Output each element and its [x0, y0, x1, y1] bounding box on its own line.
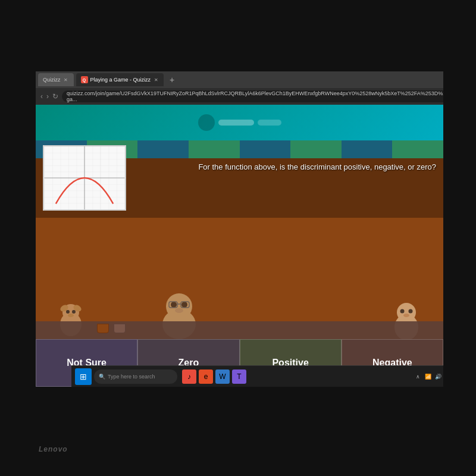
question-text: For the function above, is the discrimin… — [198, 162, 436, 173]
tray-chevron[interactable]: ∧ — [414, 372, 422, 381]
browser-chrome: Quizizz ✕ Q Playing a Game - Quizizz ✕ +… — [36, 71, 443, 105]
taskbar: ⊞ 🔍 Type here to search ♪ e W T ∧ 📶 🔊 6:… — [71, 365, 443, 387]
taskbar-icon-music[interactable]: ♪ — [182, 369, 196, 384]
screen: Quizizz ✕ Q Playing a Game - Quizizz ✕ +… — [36, 71, 443, 387]
svg-point-13 — [171, 302, 177, 308]
svg-point-12 — [166, 293, 192, 320]
taskbar-icon-edge[interactable]: e — [199, 369, 213, 384]
graph-container — [43, 145, 126, 211]
back-button[interactable]: ‹ — [40, 92, 43, 101]
svg-point-22 — [408, 309, 412, 314]
tab-active-close-icon[interactable]: ✕ — [153, 77, 159, 83]
url-text: quizizz.com/join/game/U2FsdGVkX19TUFNIRy… — [67, 90, 443, 102]
forward-button[interactable]: › — [46, 92, 49, 101]
svg-point-21 — [400, 309, 404, 314]
refresh-button[interactable]: ↻ — [52, 92, 58, 101]
tab-label: Quizizz — [43, 77, 61, 83]
cafe-background: — — — — — — — — — — For the function abo… — [36, 140, 443, 387]
game-header — [36, 105, 443, 140]
search-placeholder: Type here to search — [108, 374, 155, 380]
game-area: — — — — — — — — — — For the function abo… — [36, 105, 443, 387]
svg-point-23 — [403, 314, 409, 317]
tab-quizizz[interactable]: Quizizz ✕ — [38, 73, 74, 86]
taskbar-pinned-icons: ♪ e W T — [182, 369, 246, 384]
svg-point-18 — [175, 308, 183, 313]
laptop-frame: Quizizz ✕ Q Playing a Game - Quizizz ✕ +… — [0, 0, 476, 476]
svg-point-14 — [181, 302, 187, 308]
search-box[interactable]: 🔍 Type here to search — [94, 369, 177, 384]
svg-point-10 — [68, 314, 74, 317]
svg-point-9 — [72, 310, 76, 314]
system-tray: ∧ 📶 🔊 — [414, 372, 442, 381]
tab-favicon: Q — [81, 76, 88, 83]
svg-point-8 — [66, 310, 70, 314]
tray-network[interactable]: 📶 — [424, 372, 432, 381]
taskbar-icon-teams[interactable]: T — [232, 369, 246, 384]
search-icon: 🔍 — [99, 374, 105, 380]
tab-active-label: Playing a Game - Quizizz — [90, 77, 151, 83]
tab-close-icon[interactable]: ✕ — [63, 77, 69, 83]
address-bar: ‹ › ↻ quizizz.com/join/game/U2FsdGVkX19T… — [36, 88, 443, 105]
url-field[interactable]: quizizz.com/join/game/U2FsdGVkX19TUFNIRy… — [62, 90, 443, 102]
tray-volume[interactable]: 🔊 — [434, 372, 442, 381]
tab-playing-game[interactable]: Q Playing a Game - Quizizz ✕ — [76, 73, 164, 86]
new-tab-button[interactable]: + — [166, 74, 178, 86]
taskbar-icon-office[interactable]: W — [215, 369, 230, 384]
lenovo-logo: Lenovo — [39, 445, 68, 453]
tab-bar: Quizizz ✕ Q Playing a Game - Quizizz ✕ + — [36, 71, 443, 88]
svg-point-20 — [397, 303, 416, 322]
taskbar-right: ∧ 📶 🔊 6:20 PM 6/3/20 □ — [414, 370, 443, 383]
start-button[interactable]: ⊞ — [75, 368, 92, 385]
